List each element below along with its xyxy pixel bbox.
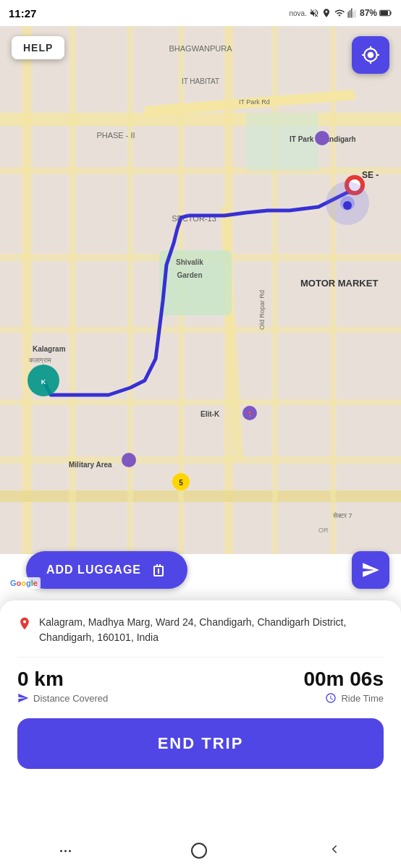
nav-home-gesture[interactable] [191,843,207,859]
svg-text:Military Area: Military Area [69,461,112,469]
bottom-panel: Kalagram, Madhya Marg, Ward 24, Chandiga… [0,600,401,868]
distance-label: Distance Covered [17,692,108,704]
location-status-icon [321,8,332,18]
location-button[interactable] [352,36,389,74]
bottom-nav [0,833,401,868]
svg-point-47 [315,131,329,145]
target-icon [361,46,380,64]
distance-stat: 0 km Distance Covered [17,669,108,704]
ride-time-label-text: Ride Time [341,693,384,704]
ride-time-value: 00m 06s [303,669,384,689]
stats-row: 0 km Distance Covered 00m 06s Ride Time [17,658,384,718]
map-svg: BHAGWANPURA IT HABITAT PHASE - II IT Par… [0,26,401,554]
svg-text:MOTOR MARKET: MOTOR MARKET [300,278,378,289]
ride-time-label: Ride Time [325,692,384,704]
svg-text:K: K [41,378,46,386]
svg-text:SE -: SE - [362,170,379,180]
status-bar: 11:27 nova. 87% [0,0,401,26]
svg-text:Elit-K: Elit-K [200,410,220,418]
address-row: Kalagram, Madhya Marg, Ward 24, Chandiga… [17,615,384,658]
mute-icon [309,8,319,18]
carrier-text: nova. [290,9,307,17]
add-luggage-label: ADD LUGGAGE [46,563,141,576]
wifi-icon [334,8,345,18]
map-container[interactable]: BHAGWANPURA IT HABITAT PHASE - II IT Par… [0,26,401,554]
distance-label-text: Distance Covered [33,693,108,704]
battery-icon [379,9,392,17]
distance-value: 0 km [17,669,108,689]
nav-forward-gesture[interactable] [328,843,341,859]
svg-text:BHAGWANPURA: BHAGWANPURA [169,44,233,53]
svg-text:OR: OR [318,527,329,534]
time-stat: 00m 06s Ride Time [303,669,384,704]
google-logo: Google [7,577,41,589]
address-pin-icon [17,616,32,631]
navigation-button[interactable] [352,551,389,589]
svg-text:5: 5 [179,479,183,487]
svg-rect-5 [22,26,32,554]
svg-rect-1 [381,11,389,15]
svg-rect-3 [0,113,401,126]
battery-percent: 87% [360,8,377,18]
clock-icon [325,692,337,704]
svg-text:Garden: Garden [177,271,202,279]
svg-point-46 [122,453,136,467]
nav-back-gesture[interactable] [60,850,71,852]
svg-text:सेक्टर 7: सेक्टर 7 [332,511,353,519]
svg-text:Old Ropar Rd: Old Ropar Rd [258,290,266,330]
svg-text:IT Park Rd: IT Park Rd [239,98,270,106]
svg-point-40 [343,201,352,210]
navigation-icon [17,692,29,704]
add-luggage-button[interactable]: ADD LUGGAGE [26,551,187,589]
svg-text:IT HABITAT: IT HABITAT [182,77,219,85]
send-icon [361,561,380,579]
end-trip-button[interactable]: END TRIP [17,718,384,769]
address-text: Kalagram, Madhya Marg, Ward 24, Chandiga… [39,615,384,645]
svg-text:Kalagram: Kalagram [33,345,66,353]
svg-text:PHASE - II: PHASE - II [96,131,135,140]
svg-text:कलाग्राम: कलाग्राम [28,357,51,365]
status-right-icons: nova. 87% [290,8,393,18]
status-time: 11:27 [9,7,36,20]
luggage-icon [150,561,167,579]
signal-icon [347,8,358,18]
svg-text:📍: 📍 [247,411,253,417]
help-button[interactable]: HELP [12,36,64,59]
svg-text:Shivalik: Shivalik [176,258,203,266]
